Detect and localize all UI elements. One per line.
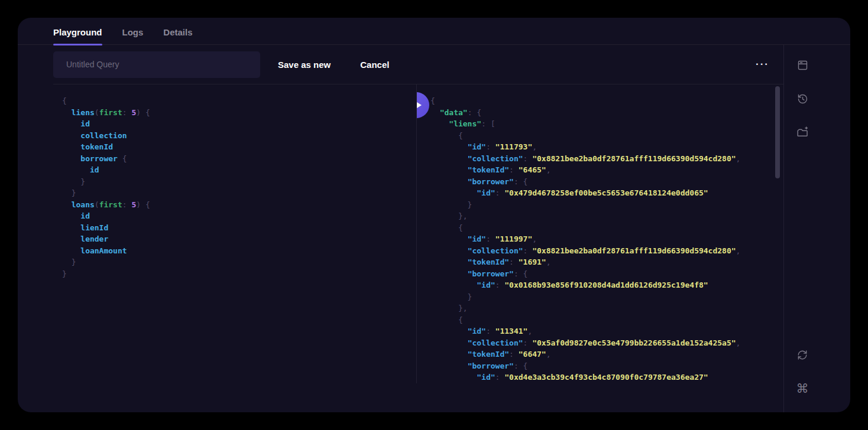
code-line: "id": "111793",	[430, 141, 783, 153]
code-line: "borrower": {	[430, 176, 783, 188]
refresh-button[interactable]	[795, 348, 809, 362]
query-name-input[interactable]	[53, 51, 260, 78]
code-line: "collection": "0x5af0d9827e0c53e4799bb22…	[430, 337, 783, 349]
main-column: Save as new Cancel ··· { liens(first: 5)…	[18, 45, 783, 412]
code-line: }	[430, 199, 783, 211]
tab-logs-label: Logs	[122, 27, 144, 37]
save-query-icon	[796, 59, 809, 71]
code-line: loanAmount	[62, 245, 416, 257]
active-tab-underline	[53, 44, 102, 45]
code-line: "collection": "0x8821bee2ba0df28761afff1…	[430, 245, 783, 257]
code-line: {	[62, 95, 416, 107]
code-line: collection	[62, 130, 416, 142]
tab-playground[interactable]: Playground	[53, 18, 102, 44]
code-line: lender	[62, 233, 416, 245]
code-line: {	[430, 314, 783, 326]
sidebar-spacer	[795, 139, 850, 348]
history-button[interactable]	[795, 92, 809, 106]
code-line: id	[62, 210, 416, 222]
code-line: "id": "0x479d4678258ef00be5c5653e6764181…	[430, 187, 783, 199]
code-line: "id": "0x0168b93e856f910208d4ad1dd6126d9…	[430, 279, 783, 291]
code-line: },	[430, 210, 783, 222]
code-line: "borrower": {	[430, 268, 783, 280]
cancel-button[interactable]: Cancel	[360, 60, 389, 70]
save-as-new-button[interactable]: Save as new	[278, 60, 331, 70]
refresh-icon	[796, 349, 808, 361]
run-query-button[interactable]	[417, 92, 429, 118]
code-line: "data": {	[430, 107, 783, 119]
code-line: "liens": [	[430, 118, 783, 130]
code-line: }	[62, 256, 416, 268]
tab-playground-label: Playground	[53, 27, 102, 37]
code-line: loans(first: 5) {	[62, 199, 416, 211]
code-line: "tokenId": "1691",	[430, 256, 783, 268]
code-line: {	[430, 130, 783, 142]
code-line: "collection": "0x8821bee2ba0df28761afff1…	[430, 153, 783, 165]
code-line: }	[62, 187, 416, 199]
history-icon	[796, 93, 809, 105]
code-line: "tokenId": "6647",	[430, 348, 783, 360]
code-line: "tokenId": "6465",	[430, 164, 783, 176]
query-editor[interactable]: { liens(first: 5) { id collection tokenI…	[18, 84, 417, 383]
code-line: borrower {	[62, 153, 416, 165]
icon-sidebar: ⌘	[783, 45, 850, 412]
code-line: }	[62, 268, 416, 280]
save-query-button[interactable]	[795, 58, 809, 72]
code-line: }	[430, 291, 783, 303]
content-area: { liens(first: 5) { id collection tokenI…	[18, 84, 783, 383]
command-shortcut-button[interactable]: ⌘	[795, 382, 809, 396]
code-line: tokenId	[62, 141, 416, 153]
code-line: "id": "111997",	[430, 233, 783, 245]
code-line: },	[430, 302, 783, 314]
response-viewer: { "data": { "liens": [ { "id": "111793",…	[430, 95, 783, 383]
response-scrollbar[interactable]	[775, 86, 780, 178]
command-icon: ⌘	[796, 383, 809, 395]
tab-details-label: Details	[163, 27, 192, 37]
code-line: "id": "0xd4e3a3cb39c4f93cb4c87090f0c7978…	[430, 372, 783, 383]
more-options-button[interactable]: ···	[756, 58, 769, 70]
toolbar: Save as new Cancel ···	[53, 45, 783, 84]
tab-bar: Playground Logs Details	[18, 18, 850, 45]
code-line: id	[62, 118, 416, 130]
code-line: "borrower": {	[430, 360, 783, 372]
code-line: }	[62, 176, 416, 188]
play-icon	[417, 100, 422, 110]
response-pane: { "data": { "liens": [ { "id": "111793",…	[417, 84, 783, 383]
code-line: id	[62, 164, 416, 176]
tab-details[interactable]: Details	[163, 18, 192, 44]
new-folder-icon	[796, 126, 809, 139]
body-row: Save as new Cancel ··· { liens(first: 5)…	[18, 45, 850, 412]
tab-logs[interactable]: Logs	[122, 18, 144, 44]
code-line: {	[430, 95, 783, 107]
new-folder-button[interactable]	[795, 125, 809, 139]
code-line: liens(first: 5) {	[62, 107, 416, 119]
code-line: "id": "11341",	[430, 325, 783, 337]
code-line: {	[430, 222, 783, 234]
playground-window: Playground Logs Details Save as new Canc…	[18, 18, 850, 412]
code-line: lienId	[62, 222, 416, 234]
